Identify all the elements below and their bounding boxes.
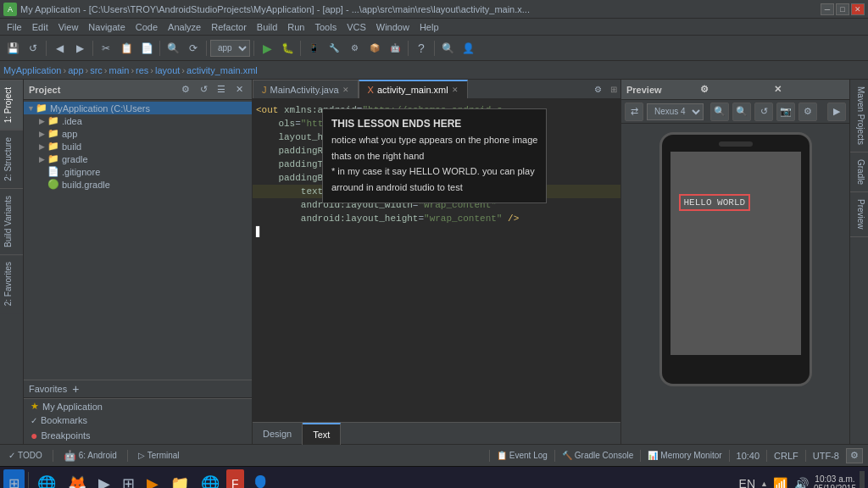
toolbar-save[interactable]: 💾 <box>3 39 22 58</box>
toolbar-find[interactable]: 🔍 <box>164 39 182 58</box>
toolbar-back[interactable]: ◀ <box>50 39 69 58</box>
nav-app[interactable]: app <box>68 65 83 75</box>
tree-gitignore[interactable]: 📄 .gitignore <box>24 165 252 178</box>
tab-text[interactable]: Text <box>303 423 341 445</box>
tab-mainactivity-close[interactable]: ✕ <box>342 86 349 94</box>
taskbar-firefox[interactable]: 🦊 <box>63 469 92 489</box>
status-eventlog[interactable]: 📋 Event Log <box>493 446 551 465</box>
toolbar-help[interactable]: ? <box>412 39 431 58</box>
tree-root-myapplication[interactable]: ▼ 📁 MyApplication (C:\Users <box>24 102 252 114</box>
menu-view[interactable]: View <box>53 19 84 36</box>
toolbar-sdk[interactable]: 🔧 <box>325 39 343 58</box>
nav-myapplication[interactable]: MyApplication <box>3 65 61 75</box>
menu-window[interactable]: Window <box>371 19 415 36</box>
menu-build[interactable]: Build <box>252 19 282 36</box>
prev-camera-icon[interactable]: 📷 <box>776 103 795 121</box>
fav-myapplication[interactable]: ★ My Application <box>24 399 252 413</box>
taskbar-user[interactable]: 👤 <box>246 469 275 489</box>
editor-settings-icon[interactable]: ⚙ <box>588 80 607 98</box>
taskbar-grid[interactable]: ⊞ <box>117 469 140 489</box>
menu-run[interactable]: Run <box>282 19 309 36</box>
prev-zoom-out-icon[interactable]: 🔍 <box>710 103 729 121</box>
preview-hide-icon[interactable]: ✕ <box>774 84 844 95</box>
toolbar-cut[interactable]: ✂ <box>97 39 115 58</box>
prev-forward-icon[interactable]: ▶ <box>827 103 846 121</box>
menu-tools[interactable]: Tools <box>309 19 342 36</box>
menu-file[interactable]: File <box>2 19 27 36</box>
taskbar-media[interactable]: ▶ <box>93 469 115 489</box>
sidebar-build-variants-tab[interactable]: Build Variants <box>0 188 23 254</box>
taskbar-chrome[interactable]: 🌐 <box>196 469 225 489</box>
fav-bookmarks[interactable]: ✓ Bookmarks <box>24 413 252 427</box>
fav-breakpoints[interactable]: ● Breakpoints <box>24 427 252 444</box>
prev-toggle-icon[interactable]: ⇄ <box>625 103 643 121</box>
nav-src[interactable]: src <box>90 65 103 75</box>
sidebar-structure-tab[interactable]: 2: Structure <box>0 130 23 188</box>
toolbar-copy[interactable]: 📋 <box>117 39 136 58</box>
project-hide-icon[interactable]: ✕ <box>231 82 247 97</box>
editor-split-icon[interactable]: ⊞ <box>610 85 617 94</box>
toolbar-avd[interactable]: 📱 <box>304 39 323 58</box>
debug-button[interactable]: 🐛 <box>278 39 297 58</box>
menu-refactor[interactable]: Refactor <box>206 19 252 36</box>
tree-buildgradle[interactable]: 🟢 build.gradle <box>24 178 252 191</box>
toolbar-replace[interactable]: ⟳ <box>184 39 203 58</box>
taskbar-flash[interactable]: F <box>226 469 244 489</box>
status-settings-icon[interactable]: ⚙ <box>846 448 863 463</box>
menu-help[interactable]: Help <box>415 19 444 36</box>
project-gear-icon[interactable]: ☰ <box>214 82 229 97</box>
menu-code[interactable]: Code <box>131 19 163 36</box>
sidebar-maven-tab[interactable]: Maven Projects <box>850 80 868 152</box>
toolbar-paste[interactable]: 📄 <box>137 39 156 58</box>
prev-zoom-in-icon[interactable]: 🔍 <box>732 103 751 121</box>
nav-res[interactable]: res <box>136 65 148 75</box>
run-button[interactable]: ▶ <box>258 39 276 58</box>
nav-activity-main[interactable]: activity_main.xml <box>186 65 258 75</box>
favorites-add-button[interactable]: + <box>72 383 79 395</box>
project-sync-icon[interactable]: ↺ <box>196 82 211 97</box>
show-desktop-button[interactable] <box>860 471 865 489</box>
nav-layout[interactable]: layout <box>155 65 180 75</box>
tree-gradle[interactable]: ▶ 📁 gradle <box>24 152 252 165</box>
status-todo[interactable]: ✓ TODO <box>5 446 46 465</box>
tree-idea[interactable]: ▶ 📁 .idea <box>24 114 252 127</box>
editor-content[interactable]: THIS LESSON ENDS HERE notice what you ty… <box>253 100 620 422</box>
tree-build[interactable]: ▶ 📁 build <box>24 140 252 152</box>
project-settings-icon[interactable]: ⚙ <box>178 82 193 97</box>
device-selector[interactable]: Nexus 4 <box>647 103 704 120</box>
status-terminal[interactable]: ▷ Terminal <box>135 446 183 465</box>
toolbar-forward[interactable]: ▶ <box>70 39 89 58</box>
menu-vcs[interactable]: VCS <box>342 19 371 36</box>
toolbar-more2[interactable]: 📦 <box>365 39 384 58</box>
status-memory-monitor[interactable]: 📊 Memory Monitor <box>644 446 725 465</box>
nav-main[interactable]: main <box>109 65 130 75</box>
sidebar-gradle-tab[interactable]: Gradle <box>850 152 868 192</box>
taskbar-folder[interactable]: 📁 <box>165 469 194 489</box>
prev-more-icon[interactable]: ⚙ <box>798 103 817 121</box>
taskbar-ie[interactable]: 🌐 <box>32 469 61 489</box>
sidebar-preview-tab[interactable]: Preview <box>850 192 868 237</box>
status-gradle-console[interactable]: 🔨 Gradle Console <box>559 446 637 465</box>
app-selector[interactable]: app <box>210 40 250 57</box>
taskbar-vlc[interactable]: ▶ <box>142 469 164 489</box>
prev-refresh-icon[interactable]: ↺ <box>754 103 773 121</box>
toolbar-sync[interactable]: ↺ <box>24 39 42 58</box>
menu-edit[interactable]: Edit <box>27 19 53 36</box>
tree-app[interactable]: ▶ 📁 app <box>24 127 252 140</box>
toolbar-more3[interactable]: 🤖 <box>386 39 404 58</box>
maximize-button[interactable]: □ <box>836 3 849 15</box>
menu-navigate[interactable]: Navigate <box>83 19 130 36</box>
close-button[interactable]: ✕ <box>851 3 865 15</box>
start-button[interactable]: ⊞ <box>3 469 25 489</box>
toolbar-account[interactable]: 👤 <box>459 39 477 58</box>
tab-design[interactable]: Design <box>253 423 303 445</box>
toolbar-search[interactable]: 🔍 <box>438 39 457 58</box>
preview-settings-icon[interactable]: ⚙ <box>700 84 771 95</box>
status-android[interactable]: 🤖 6: Android <box>60 446 120 465</box>
tab-mainactivity[interactable]: J MainActivity.java ✕ <box>253 80 359 98</box>
tab-activitymain[interactable]: X activity_main.xml ✕ <box>359 80 468 98</box>
tray-clock[interactable]: 10:03 a.m. 05/19/2015 <box>814 474 856 489</box>
minimize-button[interactable]: ─ <box>821 3 834 15</box>
tab-activitymain-close[interactable]: ✕ <box>452 86 459 94</box>
menu-analyze[interactable]: Analyze <box>163 19 206 36</box>
